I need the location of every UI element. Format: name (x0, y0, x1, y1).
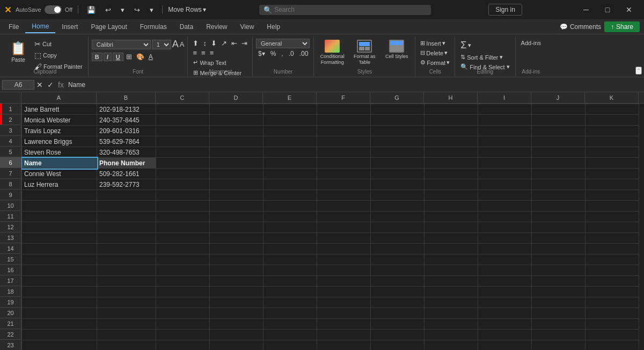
tab-home[interactable]: Home (25, 20, 55, 33)
cell-H17[interactable] (425, 276, 478, 287)
cell-K22[interactable] (586, 330, 639, 340)
cell-C2[interactable] (156, 115, 210, 126)
formula-cancel-icon[interactable]: ✕ (36, 81, 43, 89)
cell-C4[interactable] (156, 136, 210, 147)
cell-F17[interactable] (317, 276, 371, 287)
autosave-toggle[interactable] (45, 5, 62, 14)
cell-H22[interactable] (425, 330, 478, 340)
cell-B1[interactable]: 202-918-2132 (97, 104, 156, 115)
cell-J17[interactable] (532, 276, 586, 287)
cell-K3[interactable] (586, 126, 639, 136)
left-align-button[interactable]: ≡ (191, 48, 199, 57)
row-num-14[interactable]: 14 (0, 243, 21, 254)
cell-H5[interactable] (425, 147, 478, 158)
cell-C12[interactable] (156, 222, 210, 233)
row-num-2[interactable]: 2 (0, 114, 21, 125)
more-quick-access[interactable]: ▾ (147, 5, 157, 15)
row-num-3[interactable]: 3 (0, 125, 21, 136)
col-header-h[interactable]: H (424, 92, 478, 103)
row-num-13[interactable]: 13 (0, 232, 21, 243)
cell-A9[interactable] (22, 190, 97, 201)
cell-A15[interactable] (22, 254, 97, 265)
cell-D3[interactable] (210, 126, 264, 136)
border-button[interactable]: ⊞ (125, 52, 134, 61)
cell-G7[interactable] (371, 169, 425, 179)
cell-H13[interactable] (425, 233, 478, 244)
cell-K15[interactable] (586, 254, 639, 265)
cell-H20[interactable] (425, 308, 478, 319)
cell-A16[interactable] (22, 265, 97, 276)
cell-K18[interactable] (586, 287, 639, 297)
cell-I7[interactable] (478, 169, 532, 179)
cell-A6[interactable]: Name (22, 158, 97, 169)
cell-A17[interactable] (22, 276, 97, 287)
cell-G21[interactable] (371, 319, 425, 330)
paste-button[interactable]: 📋 Paste (5, 39, 31, 65)
cell-J12[interactable] (532, 222, 586, 233)
row-num-11[interactable]: 11 (0, 211, 21, 222)
cell-B5[interactable]: 320-498-7653 (97, 147, 156, 158)
cell-J21[interactable] (532, 319, 586, 330)
cell-H12[interactable] (425, 222, 478, 233)
right-align-button[interactable]: ≡ (208, 48, 216, 57)
row-num-8[interactable]: 8 (0, 179, 21, 189)
center-align-button[interactable]: ≡ (200, 48, 207, 57)
cell-B17[interactable] (97, 276, 156, 287)
font-color-button[interactable]: A (147, 53, 155, 61)
cell-J16[interactable] (532, 265, 586, 276)
cell-D18[interactable] (210, 287, 264, 297)
cell-G14[interactable] (371, 244, 425, 254)
cell-J22[interactable] (532, 330, 586, 340)
col-header-g[interactable]: G (370, 92, 424, 103)
cell-F2[interactable] (317, 115, 371, 126)
cell-C21[interactable] (156, 319, 210, 330)
cell-E23[interactable] (264, 340, 317, 351)
cell-F7[interactable] (317, 169, 371, 179)
cell-K13[interactable] (586, 233, 639, 244)
cell-K7[interactable] (586, 169, 639, 179)
decrease-indent-button[interactable]: ⇤ (230, 39, 239, 48)
number-format-select[interactable]: General (256, 39, 310, 48)
cell-H11[interactable] (425, 212, 478, 222)
cell-F1[interactable] (317, 104, 371, 115)
row-num-22[interactable]: 22 (0, 329, 21, 340)
cell-F22[interactable] (317, 330, 371, 340)
cell-K19[interactable] (586, 297, 639, 308)
cell-A10[interactable] (22, 201, 97, 212)
save-button[interactable]: 💾 (84, 5, 99, 15)
middle-align-button[interactable]: ↕ (201, 39, 208, 48)
cell-F5[interactable] (317, 147, 371, 158)
percent-button[interactable]: % (268, 49, 279, 58)
cell-K2[interactable] (586, 115, 639, 126)
cell-G6[interactable] (371, 158, 425, 169)
cell-C17[interactable] (156, 276, 210, 287)
cell-H9[interactable] (425, 190, 478, 201)
cell-D6[interactable] (210, 158, 264, 169)
cell-B16[interactable] (97, 265, 156, 276)
cell-K17[interactable] (586, 276, 639, 287)
cell-E21[interactable] (264, 319, 317, 330)
cell-F23[interactable] (317, 340, 371, 351)
cell-I10[interactable] (478, 201, 532, 212)
search-input[interactable] (274, 6, 427, 13)
cell-I2[interactable] (478, 115, 532, 126)
cell-F13[interactable] (317, 233, 371, 244)
cell-G9[interactable] (371, 190, 425, 201)
tab-file[interactable]: File (2, 21, 25, 33)
row-num-18[interactable]: 18 (0, 286, 21, 297)
comma-button[interactable]: , (279, 49, 285, 58)
cell-H1[interactable] (425, 104, 478, 115)
cell-B22[interactable] (97, 330, 156, 340)
decrease-decimal-button[interactable]: .00 (297, 49, 311, 58)
cell-H2[interactable] (425, 115, 478, 126)
formula-confirm-icon[interactable]: ✓ (47, 81, 54, 89)
tab-formulas[interactable]: Formulas (134, 21, 173, 33)
row-num-4[interactable]: 4 (0, 136, 21, 147)
cell-J8[interactable] (532, 179, 586, 190)
cell-I20[interactable] (478, 308, 532, 319)
col-header-d[interactable]: D (209, 92, 263, 103)
cell-G11[interactable] (371, 212, 425, 222)
top-align-button[interactable]: ⬆ (191, 39, 200, 48)
cell-I23[interactable] (478, 340, 532, 351)
tab-help[interactable]: Help (260, 21, 287, 33)
